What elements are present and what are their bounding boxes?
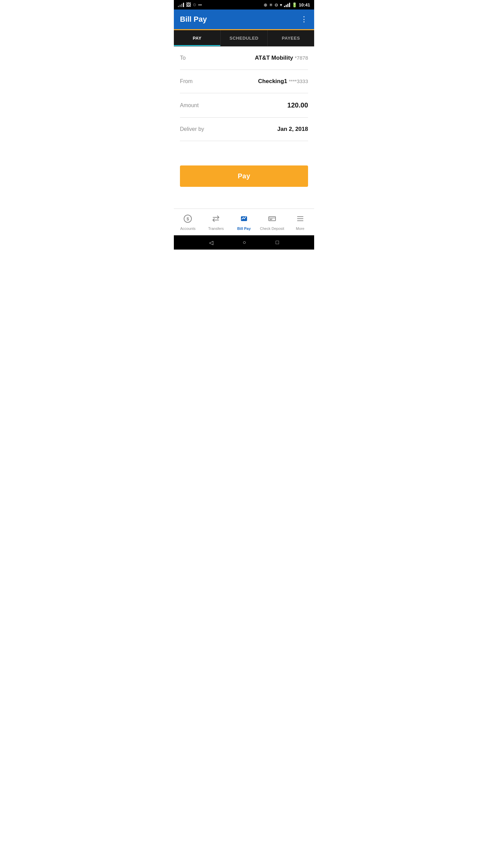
android-nav-bar: ◁ ○ □ <box>174 235 314 250</box>
camera-icon: 🖼 <box>186 2 191 7</box>
status-bar: 🖼 ⊙ ••• ⊕ ✳ ⊖ ▾ 🔋 10:41 <box>174 0 314 9</box>
tab-pay[interactable]: PAY <box>174 30 221 46</box>
content-spacer <box>174 194 314 209</box>
recent-button[interactable]: □ <box>276 239 279 245</box>
app-header: Bill Pay ⋮ <box>174 9 314 30</box>
minus-icon: ⊖ <box>274 2 278 7</box>
settings-icon: ⊙ <box>193 2 196 7</box>
accounts-label: Accounts <box>180 226 196 231</box>
tab-payees[interactable]: PAYEES <box>268 30 314 46</box>
back-button[interactable]: ◁ <box>209 239 213 246</box>
billpay-label: Bill Pay <box>237 226 251 231</box>
more-label: More <box>296 226 304 231</box>
status-left: 🖼 ⊙ ••• <box>178 2 202 7</box>
tab-bar: PAY SCHEDULED PAYEES <box>174 30 314 46</box>
pay-button-container: Pay <box>174 156 314 194</box>
time-display: 10:41 <box>299 2 310 7</box>
deliver-by-value: Jan 2, 2018 <box>277 126 308 133</box>
from-field-row[interactable]: From Checking1 ****3333 <box>180 70 308 93</box>
signal-strength-icon <box>284 2 290 7</box>
bottom-nav: $ Accounts Transfers Bill Pay <box>174 209 314 235</box>
amount-label: Amount <box>180 102 199 108</box>
from-label: From <box>180 78 192 84</box>
tab-scheduled[interactable]: SCHEDULED <box>221 30 267 46</box>
checkdeposit-label: Check Deposit <box>260 226 284 231</box>
to-value: AT&T Mobility *7878 <box>255 55 308 61</box>
pay-button[interactable]: Pay <box>180 165 308 187</box>
nav-item-billpay[interactable]: Bill Pay <box>230 212 258 233</box>
to-field-row[interactable]: To AT&T Mobility *7878 <box>180 46 308 70</box>
from-value: Checking1 ****3333 <box>258 78 308 85</box>
accounts-icon: $ <box>183 214 192 225</box>
nav-item-accounts[interactable]: $ Accounts <box>174 212 202 233</box>
form-content: To AT&T Mobility *7878 From Checking1 **… <box>174 46 314 156</box>
nav-item-more[interactable]: More <box>286 212 314 233</box>
nav-item-transfers[interactable]: Transfers <box>202 212 230 233</box>
transfers-icon <box>211 214 220 225</box>
checkdeposit-icon <box>268 214 277 225</box>
status-right: ⊕ ✳ ⊖ ▾ 🔋 10:41 <box>264 2 310 7</box>
deliver-by-field-row[interactable]: Deliver by Jan 2, 2018 <box>180 118 308 141</box>
more-dots-icon: ••• <box>198 3 202 7</box>
header-menu-button[interactable]: ⋮ <box>300 15 308 24</box>
deliver-by-label: Deliver by <box>180 126 204 132</box>
home-button[interactable]: ○ <box>243 239 246 245</box>
billpay-icon <box>240 214 248 225</box>
app-title: Bill Pay <box>180 15 207 24</box>
svg-rect-5 <box>269 217 276 221</box>
sync-icon: ⊕ <box>264 2 267 7</box>
amount-value: 120.00 <box>287 101 308 109</box>
svg-text:$: $ <box>187 216 189 221</box>
transfers-label: Transfers <box>208 226 224 231</box>
wifi-icon: ▾ <box>280 2 282 7</box>
signal-icon <box>178 2 184 7</box>
amount-field-row[interactable]: Amount 120.00 <box>180 93 308 118</box>
bluetooth-icon: ✳ <box>269 2 273 7</box>
to-label: To <box>180 55 186 61</box>
battery-icon: 🔋 <box>292 2 297 7</box>
more-icon <box>296 214 305 225</box>
nav-item-checkdeposit[interactable]: Check Deposit <box>258 212 286 233</box>
